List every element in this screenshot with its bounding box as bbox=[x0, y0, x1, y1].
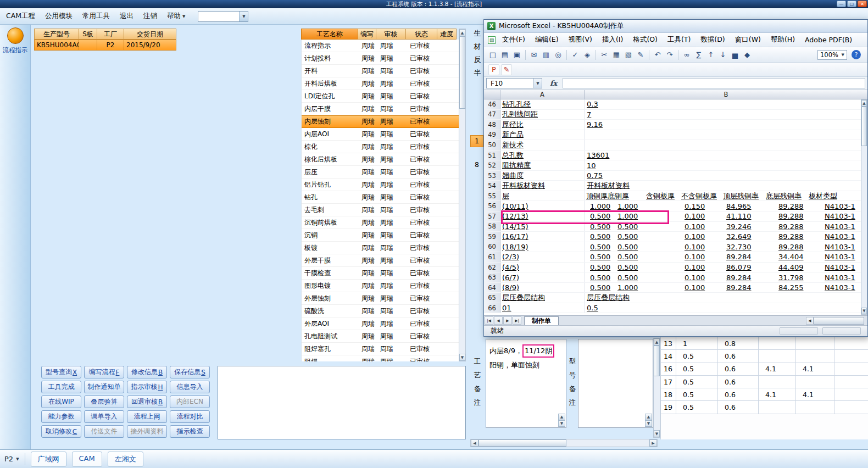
process-header-3[interactable]: 状态 bbox=[405, 29, 437, 40]
production-header-0[interactable]: 生产型号 bbox=[34, 29, 79, 40]
app-menu-item-1[interactable]: 公用模块 bbox=[40, 9, 77, 23]
excel-row[interactable]: 62(4/5)0.5000.5000.10086.07944.409N4103-… bbox=[484, 263, 867, 273]
excel-cell-b[interactable]: 顶铜厚底铜厚含铜板厚不含铜板厚顶层残铜率底层残铜率板材类型 bbox=[585, 191, 867, 201]
process-row[interactable]: 内层干膜周瑞周瑞已审核 bbox=[302, 103, 459, 115]
process-row[interactable]: 板镀周瑞周瑞已审核 bbox=[302, 242, 459, 254]
excel-row[interactable]: 61(2/3)0.5000.5000.10089.28434.404N4103-… bbox=[484, 252, 867, 263]
process-row[interactable]: LDI定位孔周瑞周瑞已审核 bbox=[302, 90, 459, 103]
excel-row[interactable]: 50新技术 bbox=[484, 140, 867, 151]
excel-cell-a[interactable]: (12/13) bbox=[500, 211, 585, 221]
excel-save-icon[interactable]: ▣ bbox=[511, 49, 522, 60]
process-row[interactable]: 内层蚀刻周瑞周瑞已审核 bbox=[302, 115, 459, 128]
excel-menu-item-6[interactable]: 数据(D) bbox=[695, 33, 730, 47]
process-row[interactable]: 硫酸洗周瑞周瑞已审核 bbox=[302, 305, 459, 317]
process-row[interactable]: 棕化后烘板周瑞周瑞已审核 bbox=[302, 153, 459, 166]
action-button-制作通知单[interactable]: 制作通知单 bbox=[84, 381, 124, 393]
excel-row-number[interactable]: 60 bbox=[484, 242, 500, 252]
excel-drawing-icon[interactable]: ◆ bbox=[742, 49, 753, 60]
production-header-3[interactable]: 交货日期 bbox=[124, 29, 176, 40]
excel-cell-b[interactable]: 开料板材资料 bbox=[585, 181, 867, 191]
right-table-row[interactable]: 140.50.6 bbox=[661, 350, 868, 363]
scrollbar-thumb[interactable] bbox=[459, 36, 465, 109]
chevron-down-icon[interactable]: ▼ bbox=[239, 12, 248, 21]
action-button-信息导入[interactable]: 信息导入 bbox=[170, 381, 210, 393]
process-row[interactable]: 钻孔周瑞周瑞已审核 bbox=[302, 191, 459, 204]
right-table-row[interactable]: 190.50.6 bbox=[661, 401, 868, 414]
sheet-nav-icon[interactable]: ▶| bbox=[513, 316, 521, 325]
excel-row-number[interactable]: 62 bbox=[484, 263, 500, 272]
action-button-工具完成[interactable]: 工具完成 bbox=[41, 381, 81, 393]
taskbar-item-广域网[interactable]: 广域网 bbox=[31, 452, 66, 467]
right-table-row[interactable]: 180.50.64.14.1 bbox=[661, 388, 868, 401]
sidebar-item-flow-indicator[interactable]: 流程指示 bbox=[0, 25, 30, 54]
excel-titlebar[interactable]: X Microsoft Excel - KB5HU004A0制作单 bbox=[484, 20, 867, 33]
excel-row-number[interactable]: 53 bbox=[484, 171, 500, 181]
excel-row-number[interactable]: 51 bbox=[484, 151, 500, 160]
action-button-指示审核[interactable]: 指示审核H bbox=[127, 381, 167, 393]
excel-cell-a[interactable]: 孔到线间距 bbox=[500, 110, 585, 120]
excel-row-number[interactable]: 46 bbox=[484, 99, 500, 109]
excel-row-number[interactable]: 58 bbox=[484, 222, 500, 232]
excel-menu-item-8[interactable]: 帮助(H) bbox=[766, 33, 800, 47]
right-table-row[interactable]: 170.50.6 bbox=[661, 376, 868, 388]
excel-research-icon[interactable]: ◈ bbox=[582, 49, 593, 60]
scrollbar-thumb[interactable] bbox=[478, 439, 566, 447]
excel-row[interactable]: 66010.5 bbox=[484, 303, 867, 314]
name-box[interactable]: F10 ▼ bbox=[486, 78, 542, 88]
process-header-0[interactable]: 工艺名称 bbox=[301, 29, 358, 40]
action-button-保存信息[interactable]: 保存信息S bbox=[170, 366, 210, 378]
excel-menu-item-7[interactable]: 窗口(W) bbox=[730, 33, 766, 47]
help-icon[interactable]: ? bbox=[852, 50, 861, 59]
production-header-1[interactable]: S板 bbox=[79, 29, 97, 40]
action-button-流程对比[interactable]: 流程对比 bbox=[170, 410, 210, 423]
excel-row-number[interactable]: 66 bbox=[484, 303, 500, 313]
excel-cell-b[interactable]: 10 bbox=[585, 160, 867, 170]
excel-cell-a[interactable]: (8/9) bbox=[500, 283, 585, 293]
scroll-up-icon[interactable]: ▲ bbox=[861, 100, 867, 107]
excel-cell-a[interactable]: 层压叠层结构 bbox=[500, 293, 585, 303]
excel-menu-item-9[interactable]: Adobe PDF(B) bbox=[800, 34, 857, 46]
minimize-button[interactable]: — bbox=[837, 1, 846, 7]
taskbar-p2-button[interactable]: P2 ▼ bbox=[4, 455, 19, 463]
excel-row-number[interactable]: 47 bbox=[484, 110, 500, 120]
memo-textbox[interactable] bbox=[218, 366, 466, 439]
excel-cell-b[interactable]: 9.16 bbox=[585, 120, 867, 130]
taskbar-item-CAM[interactable]: CAM bbox=[72, 452, 102, 467]
process-table-scrollbar[interactable]: ▲ ▼ bbox=[459, 29, 466, 361]
excel-row[interactable]: 52阻抗精度10 bbox=[484, 160, 867, 171]
excel-menu-item-0[interactable]: 文件(F) bbox=[497, 33, 530, 47]
action-button-修改信息[interactable]: 修改信息B bbox=[127, 366, 167, 378]
action-button-取消修改[interactable]: 取消修改C bbox=[41, 425, 81, 438]
scrollbar-track[interactable] bbox=[459, 109, 465, 354]
excel-print-preview-icon[interactable]: ◎ bbox=[553, 49, 564, 60]
process-row[interactable]: 外层干膜周瑞周瑞已审核 bbox=[302, 254, 459, 267]
excel-chart-wizard-icon[interactable]: ▅ bbox=[730, 49, 741, 60]
close-button[interactable]: ✕ bbox=[858, 1, 867, 7]
scroll-down-icon[interactable]: ▼ bbox=[558, 420, 565, 427]
process-row[interactable]: 外层AOI周瑞周瑞已审核 bbox=[302, 317, 459, 330]
action-button-叠层验算[interactable]: 叠层验算 bbox=[84, 395, 124, 408]
action-button-型号查询[interactable]: 型号查询X bbox=[41, 366, 81, 378]
excel-cell-a[interactable]: (10/11) bbox=[500, 201, 585, 211]
excel-copy-icon[interactable]: ▦ bbox=[611, 49, 622, 60]
excel-row[interactable]: 56(10/11)1.0001.0000.15084.96589.288N410… bbox=[484, 201, 867, 211]
scroll-down-icon[interactable]: ▼ bbox=[654, 430, 660, 437]
excel-hyperlink-icon[interactable]: ∞ bbox=[681, 49, 692, 60]
action-button-回退审核[interactable]: 回退审核B bbox=[127, 395, 167, 408]
excel-pdf-export-icon[interactable]: P bbox=[488, 64, 499, 75]
sheet-tab[interactable]: 制作单 bbox=[524, 316, 559, 325]
excel-print-icon[interactable]: ▥ bbox=[541, 49, 552, 60]
action-button-流程上网[interactable]: 流程上网 bbox=[127, 410, 167, 423]
scroll-right-icon[interactable]: ▶ bbox=[649, 439, 657, 447]
excel-row[interactable]: 60(18/19)0.5000.5000.10032.73089.288N410… bbox=[484, 242, 867, 253]
process-header-4[interactable]: 难度 bbox=[437, 29, 457, 40]
action-button-指示检查[interactable]: 指示检查 bbox=[170, 425, 210, 438]
excel-cell-a[interactable]: 钻孔孔径 bbox=[500, 99, 585, 109]
app-menu-item-3[interactable]: 退出 bbox=[115, 9, 138, 23]
process-row[interactable]: 外层蚀刻周瑞周瑞已审核 bbox=[302, 292, 459, 305]
excel-row[interactable]: 51总孔数13601 bbox=[484, 151, 867, 161]
excel-row[interactable]: 64(8/9)0.5001.0000.10089.28484.255N4103-… bbox=[484, 283, 867, 293]
excel-cell-b[interactable]: 13601 bbox=[585, 151, 867, 160]
excel-cell-a[interactable]: (4/5) bbox=[500, 263, 585, 272]
zoom-combobox[interactable]: 100% ▼ bbox=[817, 50, 847, 60]
